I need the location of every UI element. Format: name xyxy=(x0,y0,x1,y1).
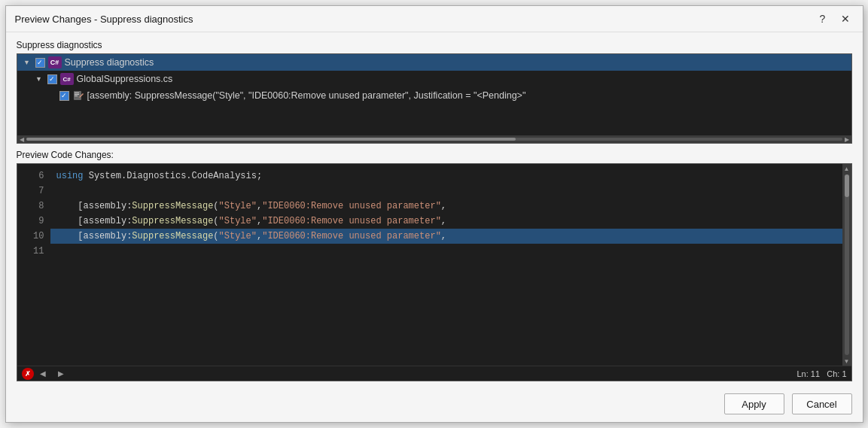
code-text: assembly: xyxy=(84,214,132,229)
code-preview-label: Preview Code Changes: xyxy=(17,150,852,160)
code-text xyxy=(56,229,78,244)
svg-rect-3 xyxy=(75,96,78,96)
code-text: ( xyxy=(213,229,218,244)
tree-checkbox[interactable] xyxy=(47,74,57,84)
code-text: ( xyxy=(213,199,218,214)
code-text: , xyxy=(257,199,262,214)
statusbar-scroll-right-icon[interactable]: ▶ xyxy=(58,369,64,378)
tree-arrow-icon: ▼ xyxy=(34,74,44,84)
tree-row[interactable]: ▼ [assembly: SuppressMessage("Style", "I… xyxy=(41,87,851,104)
error-icon: ✗ xyxy=(22,368,34,380)
dialog-content: Suppress diagnostics ▼ C# Suppress diagn… xyxy=(6,32,863,386)
line-number: 8 xyxy=(17,199,44,214)
line-number: 6 xyxy=(17,168,44,184)
svg-rect-2 xyxy=(75,94,79,95)
dialog-title: Preview Changes - Suppress diagnostics xyxy=(15,14,193,25)
tree-row[interactable]: ▼ C# GlobalSuppressions.cs xyxy=(29,71,851,87)
tree-section-label: Suppress diagnostics xyxy=(17,40,852,50)
code-text: assembly: xyxy=(84,199,132,214)
line-number: 10 xyxy=(17,229,44,244)
code-area: 6 7 8 9 10 11 using System.Diagnostics.C… xyxy=(17,164,851,366)
code-lines: using System.Diagnostics.CodeAnalysis; [… xyxy=(50,164,842,366)
code-scrollbar-vertical[interactable]: ▲ ▼ xyxy=(842,164,851,366)
code-text: "Style" xyxy=(219,229,257,244)
scroll-up-icon[interactable]: ▲ xyxy=(842,164,851,173)
tree-row[interactable]: ▼ C# Suppress diagnostics xyxy=(17,54,851,71)
keyword: using xyxy=(56,168,84,184)
code-text: SuppressMessage xyxy=(132,214,213,229)
scroll-v-track[interactable] xyxy=(845,175,849,355)
tree-row-label: GlobalSuppressions.cs xyxy=(77,74,173,84)
svg-rect-1 xyxy=(75,93,79,93)
code-text: SuppressMessage xyxy=(132,229,213,244)
statusbar-left: ✗ ◀ ▶ xyxy=(22,368,64,380)
apply-button[interactable]: Apply xyxy=(724,393,784,414)
tree-arrow-icon: ▼ xyxy=(22,57,32,68)
code-text xyxy=(56,199,78,214)
code-line: [assembly: SuppressMessage("Style", "IDE… xyxy=(50,214,842,229)
csharp-badge-icon: C# xyxy=(48,56,62,68)
file-edit-icon xyxy=(72,90,84,102)
tree-checkbox[interactable] xyxy=(35,58,45,68)
code-statusbar: ✗ ◀ ▶ Ln: 11 Ch: 1 xyxy=(17,366,851,381)
code-text: "Style" xyxy=(219,199,257,214)
code-text: , xyxy=(441,229,446,244)
code-text: SuppressMessage xyxy=(132,199,213,214)
code-text: "Style" xyxy=(219,214,257,229)
code-line: [assembly: SuppressMessage("Style", "IDE… xyxy=(50,199,842,214)
code-line xyxy=(50,184,842,199)
line-number: 11 xyxy=(17,244,44,259)
line-number: 9 xyxy=(17,214,44,229)
code-text: "IDE0060:Remove unused parameter" xyxy=(262,229,441,244)
code-text: [ xyxy=(78,229,83,244)
col-position: Ch: 1 xyxy=(827,369,846,378)
code-text: [ xyxy=(78,199,83,214)
code-text: "IDE0060:Remove unused parameter" xyxy=(262,214,441,229)
statusbar-position: Ln: 11 Ch: 1 xyxy=(796,369,846,378)
dialog: Preview Changes - Suppress diagnostics ?… xyxy=(5,5,863,423)
scroll-down-icon[interactable]: ▼ xyxy=(842,357,851,366)
scroll-v-thumb[interactable] xyxy=(845,175,849,197)
line-numbers: 6 7 8 9 10 11 xyxy=(17,164,50,366)
code-text: , xyxy=(257,214,262,229)
cancel-button[interactable]: Cancel xyxy=(792,393,852,414)
code-text: [ xyxy=(78,214,83,229)
scroll-track[interactable] xyxy=(26,138,842,141)
code-text: "IDE0060:Remove unused parameter" xyxy=(262,199,441,214)
title-bar-buttons: ? ✕ xyxy=(815,11,854,27)
tree-row-label: Suppress diagnostics xyxy=(65,57,154,68)
line-number: 7 xyxy=(17,184,44,199)
code-panel: 6 7 8 9 10 11 using System.Diagnostics.C… xyxy=(17,163,852,381)
code-text: System.Diagnostics.CodeAnalysis; xyxy=(89,168,262,184)
tree-scrollbar[interactable]: ◀ ▶ xyxy=(17,135,851,143)
code-line xyxy=(50,244,842,259)
scroll-right-icon[interactable]: ▶ xyxy=(842,135,851,143)
scroll-left-icon[interactable]: ◀ xyxy=(17,135,26,143)
cs-file-icon: C# xyxy=(60,73,74,85)
code-text: , xyxy=(441,214,446,229)
tree-row-label: [assembly: SuppressMessage("Style", "IDE… xyxy=(87,90,526,101)
statusbar-scroll-left-icon[interactable]: ◀ xyxy=(40,369,46,378)
code-text xyxy=(56,214,78,229)
line-position: Ln: 11 xyxy=(796,369,820,378)
code-text: , xyxy=(441,199,446,214)
code-text: ( xyxy=(213,214,218,229)
close-button[interactable]: ✕ xyxy=(837,11,854,27)
title-bar: Preview Changes - Suppress diagnostics ?… xyxy=(6,6,863,32)
tree-checkbox[interactable] xyxy=(59,91,69,101)
scroll-thumb[interactable] xyxy=(26,138,516,141)
tree-panel[interactable]: ▼ C# Suppress diagnostics ▼ C# GlobalSup… xyxy=(17,53,852,144)
code-text: assembly: xyxy=(84,229,132,244)
code-text: , xyxy=(257,229,262,244)
help-button[interactable]: ? xyxy=(815,11,831,27)
code-line-highlighted: [assembly: SuppressMessage("Style", "IDE… xyxy=(50,229,842,244)
dialog-footer: Apply Cancel xyxy=(6,386,863,422)
code-line: using System.Diagnostics.CodeAnalysis; xyxy=(50,168,842,184)
